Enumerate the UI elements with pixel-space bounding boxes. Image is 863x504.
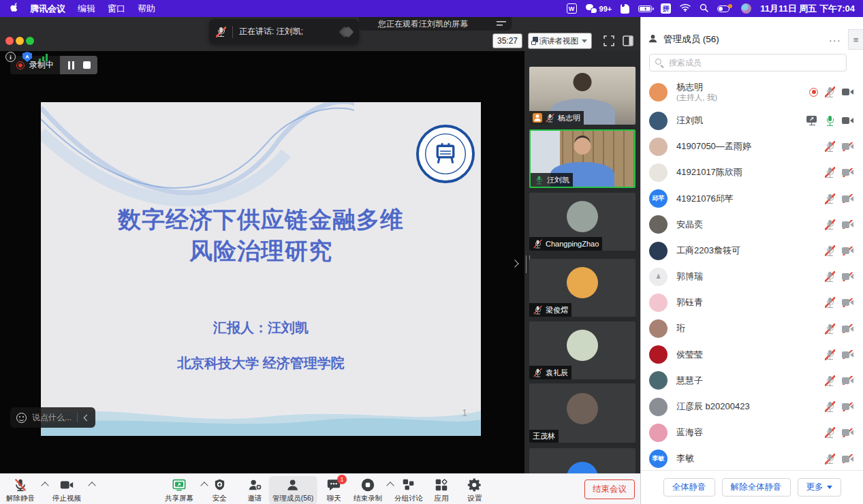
video-tile-yangzhiming[interactable]: 杨志明 bbox=[529, 67, 636, 125]
camera-off-icon[interactable] bbox=[842, 247, 853, 255]
mic-muted-icon[interactable] bbox=[825, 167, 835, 178]
panel-more-icon[interactable]: ··· bbox=[829, 34, 841, 46]
zoom-window-button[interactable] bbox=[26, 37, 34, 45]
video-tile-changpingzhao[interactable]: ChangpingZhao bbox=[529, 193, 636, 251]
pause-recording-button[interactable] bbox=[67, 61, 75, 69]
camera-on-icon[interactable] bbox=[842, 116, 853, 125]
video-tile-partial[interactable] bbox=[529, 448, 636, 473]
member-row[interactable]: ♟ 郭博瑞 bbox=[641, 264, 863, 289]
expand-video-strip-icon[interactable] bbox=[511, 259, 518, 267]
mic-muted-icon[interactable] bbox=[825, 245, 835, 256]
menubar-clock[interactable]: 11月11日 周五 下午7:04 bbox=[760, 3, 855, 15]
camera-off-icon[interactable] bbox=[842, 142, 853, 151]
unmute-all-button[interactable]: 解除全体静音 bbox=[722, 478, 791, 497]
camera-off-icon[interactable] bbox=[842, 272, 853, 281]
collapse-chat-icon[interactable] bbox=[84, 414, 91, 421]
settings-button[interactable]: 设置 bbox=[464, 476, 486, 504]
member-row[interactable]: 郭钰青 bbox=[641, 289, 863, 315]
end-meeting-button[interactable]: 结束会议 bbox=[584, 479, 635, 499]
control-center-icon[interactable] bbox=[717, 5, 729, 12]
spotlight-icon[interactable] bbox=[700, 3, 708, 14]
w-app-icon[interactable]: W bbox=[567, 3, 577, 14]
close-window-button[interactable] bbox=[5, 37, 14, 45]
panel-collapse-tab[interactable]: ≡ bbox=[848, 29, 863, 50]
end-recording-button[interactable]: 结束录制 bbox=[350, 476, 386, 504]
camera-off-icon[interactable] bbox=[842, 194, 853, 203]
camera-off-icon[interactable] bbox=[842, 168, 853, 177]
video-tile-wangmaolin[interactable]: 王茂林 bbox=[529, 383, 636, 443]
minimize-window-button[interactable] bbox=[16, 37, 24, 45]
menubar-window[interactable]: 窗口 bbox=[108, 3, 125, 15]
camera-off-icon[interactable] bbox=[842, 403, 853, 411]
chat-input-placeholder[interactable]: 说点什么... bbox=[32, 412, 72, 424]
siri-icon[interactable] bbox=[741, 3, 751, 14]
share-options-chevron[interactable] bbox=[200, 482, 208, 489]
apps-button[interactable]: 应用 bbox=[430, 476, 452, 504]
invite-button[interactable]: 邀请 bbox=[244, 476, 266, 504]
stop-recording-button[interactable] bbox=[83, 61, 91, 69]
mic-muted-icon[interactable] bbox=[825, 324, 835, 334]
more-button[interactable]: 更多 bbox=[798, 478, 841, 497]
member-row[interactable]: 李敏 李敏 bbox=[641, 445, 863, 469]
manage-members-button[interactable]: 管理成员(56) bbox=[269, 476, 317, 504]
mic-muted-icon[interactable] bbox=[825, 193, 835, 204]
view-mode-dropdown[interactable]: 演讲者视图 bbox=[528, 33, 592, 49]
stop-video-button[interactable]: 停止视频 bbox=[49, 476, 84, 504]
chat-button[interactable]: 1 聊天 bbox=[323, 476, 345, 504]
camera-off-icon[interactable] bbox=[842, 220, 853, 229]
member-row[interactable]: 珩 bbox=[641, 316, 863, 342]
mic-muted-icon[interactable] bbox=[825, 349, 835, 360]
member-row[interactable]: 41921017陈欣雨 bbox=[641, 159, 863, 185]
evernote-icon[interactable] bbox=[621, 4, 629, 14]
camera-off-icon[interactable] bbox=[842, 298, 853, 307]
battery-icon[interactable] bbox=[638, 5, 652, 12]
fullscreen-button[interactable] bbox=[602, 34, 616, 48]
mic-muted-icon[interactable] bbox=[825, 427, 835, 438]
share-screen-button[interactable]: 共享屏幕 bbox=[161, 476, 197, 504]
member-row[interactable]: 汪刘凯 bbox=[641, 108, 863, 133]
side-panel-toggle-button[interactable] bbox=[621, 34, 635, 48]
mic-muted-icon[interactable] bbox=[825, 297, 835, 308]
mic-muted-icon[interactable] bbox=[825, 219, 835, 230]
camera-off-icon[interactable] bbox=[842, 350, 853, 359]
member-row[interactable]: 安晶奕 bbox=[641, 212, 863, 238]
unmute-button[interactable]: 解除静音 bbox=[3, 476, 38, 504]
member-row[interactable]: 41907050—孟雨婷 bbox=[641, 133, 863, 159]
mute-all-button[interactable]: 全体静音 bbox=[663, 478, 715, 497]
menubar-app-name[interactable]: 腾讯会议 bbox=[30, 3, 65, 15]
mic-muted-icon[interactable] bbox=[825, 141, 835, 152]
mic-on-icon[interactable] bbox=[825, 115, 835, 126]
mic-muted-icon[interactable] bbox=[825, 454, 835, 464]
video-tile-liangjunyi[interactable]: 梁俊熠 bbox=[529, 259, 636, 317]
camera-on-icon[interactable] bbox=[842, 88, 853, 97]
input-method-icon[interactable]: 拼 bbox=[661, 3, 671, 14]
mic-muted-icon[interactable] bbox=[825, 401, 835, 412]
video-options-chevron[interactable] bbox=[88, 482, 95, 489]
mic-muted-icon[interactable] bbox=[825, 271, 835, 282]
security-button[interactable]: 安全 bbox=[209, 476, 230, 504]
mic-muted-icon[interactable] bbox=[825, 86, 835, 97]
mic-options-chevron[interactable] bbox=[41, 482, 48, 489]
member-row[interactable]: 工商2203詹筱可 bbox=[641, 238, 863, 264]
menubar-edit[interactable]: 编辑 bbox=[78, 3, 95, 15]
meeting-info-icon[interactable] bbox=[5, 52, 16, 62]
search-input[interactable] bbox=[668, 57, 841, 68]
member-row[interactable]: 江彦辰 b20200423 bbox=[641, 394, 863, 420]
mic-muted-icon[interactable] bbox=[825, 375, 835, 386]
breakout-rooms-button[interactable]: 分组讨论 bbox=[391, 476, 426, 504]
camera-off-icon[interactable] bbox=[842, 428, 853, 437]
apple-logo-icon[interactable] bbox=[10, 3, 18, 14]
wifi-icon[interactable] bbox=[680, 3, 691, 14]
switch-view-icon[interactable] bbox=[497, 20, 506, 27]
video-tile-yuanlichen[interactable]: 袁礼辰 bbox=[529, 321, 636, 379]
video-tile-wangliukai[interactable]: 汪刘凯 bbox=[529, 129, 636, 188]
camera-off-icon[interactable] bbox=[842, 324, 853, 333]
emoji-icon[interactable] bbox=[16, 413, 27, 423]
camera-off-icon[interactable] bbox=[842, 376, 853, 385]
network-signal-icon[interactable] bbox=[39, 53, 48, 61]
menubar-help[interactable]: 帮助 bbox=[138, 3, 155, 15]
member-row[interactable]: 蓝海容 bbox=[641, 420, 863, 445]
wechat-icon[interactable] bbox=[586, 4, 597, 13]
member-row[interactable]: 慧慧子 bbox=[641, 368, 863, 394]
member-row[interactable]: 邱芊 41921076邱芊 bbox=[641, 186, 863, 212]
